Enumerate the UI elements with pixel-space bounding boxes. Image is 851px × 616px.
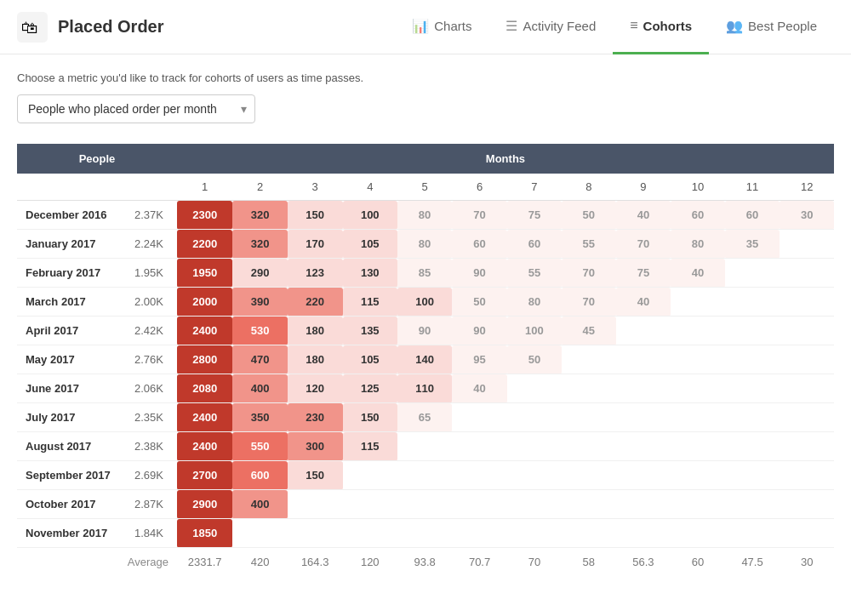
nav-label-cohorts: Cohorts: [643, 19, 693, 33]
cohort-value: 130: [343, 259, 397, 288]
cohort-value: 80: [397, 201, 452, 230]
col-header-4: 4: [343, 174, 397, 201]
people-count: 2.24K: [119, 230, 177, 259]
cohort-value: 70: [452, 201, 506, 230]
col-header-9: 9: [616, 174, 671, 201]
cohort-value: 60: [507, 230, 562, 259]
cohort-value: [562, 461, 616, 490]
average-value: 30: [780, 548, 834, 577]
cohort-value: [725, 461, 780, 490]
cohort-value: 70: [616, 230, 671, 259]
cohort-value: 90: [452, 259, 506, 288]
people-count: 2.35K: [119, 403, 177, 432]
col-header-1: 1: [177, 174, 233, 201]
month-label: October 2017: [17, 490, 119, 519]
cohort-value: [232, 519, 287, 548]
cohort-value: 80: [397, 230, 452, 259]
table-row: March 20172.00K200039022011510050807040: [17, 288, 834, 317]
app-title: Placed Order: [58, 17, 164, 37]
header-people: People: [17, 144, 177, 174]
cohort-value: [725, 345, 780, 374]
nav-item-cohorts[interactable]: ≡Cohorts: [613, 0, 709, 54]
cohort-value: [671, 288, 725, 317]
average-value: 70: [507, 548, 562, 577]
month-label: March 2017: [17, 288, 119, 317]
col-header-6: 6: [452, 174, 506, 201]
cohort-value: [671, 317, 725, 345]
average-value: 58: [562, 548, 616, 577]
people-count: 2.37K: [119, 201, 177, 230]
nav-label-charts: Charts: [434, 19, 471, 33]
col-header-11: 11: [725, 174, 780, 201]
cohort-value: 75: [507, 201, 562, 230]
cohort-value: 85: [397, 259, 452, 288]
people-count: 2.42K: [119, 317, 177, 345]
header: 🛍 Placed Order 📊Charts☰Activity Feed≡Coh…: [0, 0, 851, 54]
cohort-value: 2700: [177, 461, 233, 490]
cohort-value: [780, 259, 834, 288]
average-value: 2331.7: [177, 548, 233, 577]
nav-item-charts[interactable]: 📊Charts: [395, 0, 488, 54]
col-header-people: [119, 174, 177, 201]
cohort-value: [452, 461, 506, 490]
cohort-value: 100: [397, 288, 452, 317]
cohort-value: 300: [288, 432, 343, 461]
cohort-value: 230: [288, 403, 343, 432]
cohort-value: 170: [288, 230, 343, 259]
cohort-value: 150: [343, 403, 397, 432]
nav-item-best-people[interactable]: 👥Best People: [709, 0, 834, 54]
cohort-value: [343, 490, 397, 519]
cohort-value: [288, 519, 343, 548]
cohort-value: [343, 461, 397, 490]
cohort-value: [452, 490, 506, 519]
cohort-value: 80: [507, 288, 562, 317]
cohort-value: 115: [343, 288, 397, 317]
cohort-value: 115: [343, 432, 397, 461]
cohort-value: [671, 374, 725, 403]
cohort-value: 105: [343, 345, 397, 374]
cohort-value: [725, 403, 780, 432]
cohort-value: 40: [616, 288, 671, 317]
nav-item-activity-feed[interactable]: ☰Activity Feed: [488, 0, 613, 54]
shopify-logo-icon: 🛍: [17, 12, 48, 43]
table-row: July 20172.35K240035023015065: [17, 403, 834, 432]
average-value: 120: [343, 548, 397, 577]
cohort-value: 2200: [177, 230, 233, 259]
cohort-value: [562, 432, 616, 461]
cohort-value: 50: [507, 345, 562, 374]
cohort-value: 30: [780, 201, 834, 230]
metric-select-wrapper: People who placed order per month ▾: [17, 94, 255, 123]
cohort-value: 120: [288, 374, 343, 403]
metric-select[interactable]: People who placed order per month: [17, 94, 255, 123]
col-header-5: 5: [397, 174, 452, 201]
cohort-value: 180: [288, 317, 343, 345]
cohort-value: [725, 519, 780, 548]
cohort-value: [562, 374, 616, 403]
main-nav: 📊Charts☰Activity Feed≡Cohorts👥Best Peopl…: [395, 0, 834, 54]
cohort-value: 50: [562, 201, 616, 230]
col-header-8: 8: [562, 174, 616, 201]
cohort-value: 90: [397, 317, 452, 345]
cohort-value: [507, 490, 562, 519]
cohort-value: 90: [452, 317, 506, 345]
cohort-value: 350: [232, 403, 287, 432]
month-label: February 2017: [17, 259, 119, 288]
cohort-value: [725, 374, 780, 403]
cohort-value: 80: [671, 230, 725, 259]
table-row: February 20171.95K1950290123130859055707…: [17, 259, 834, 288]
cohort-value: [616, 403, 671, 432]
cohorts-table-container: PeopleMonths123456789101112December 2016…: [17, 144, 834, 576]
cohort-value: [725, 288, 780, 317]
table-row: November 20171.84K1850: [17, 519, 834, 548]
cohort-value: [725, 317, 780, 345]
cohort-value: [780, 230, 834, 259]
cohort-value: [780, 490, 834, 519]
cohort-value: [616, 519, 671, 548]
cohort-value: 550: [232, 432, 287, 461]
table-row: September 20172.69K2700600150: [17, 461, 834, 490]
cohort-value: 320: [232, 230, 287, 259]
cohort-value: 55: [507, 259, 562, 288]
month-label: April 2017: [17, 317, 119, 345]
cohort-value: [780, 461, 834, 490]
cohort-value: [452, 519, 506, 548]
